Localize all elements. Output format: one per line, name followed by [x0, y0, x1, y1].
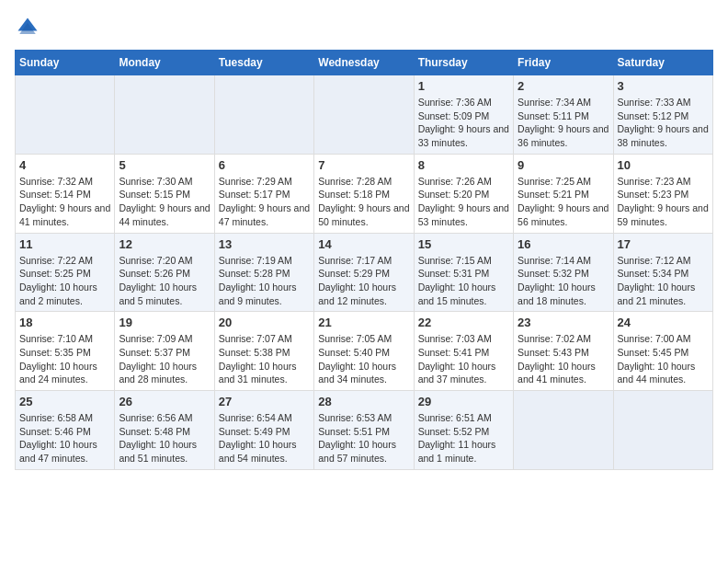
day-info: Sunrise: 7:00 AMSunset: 5:45 PMDaylight:… [618, 332, 709, 386]
day-number: 2 [518, 79, 609, 93]
calendar-week-row: 25Sunrise: 6:58 AMSunset: 5:46 PMDayligh… [16, 391, 713, 470]
day-info: Sunrise: 6:51 AMSunset: 5:52 PMDaylight:… [418, 411, 509, 465]
day-info: Sunrise: 7:23 AMSunset: 5:23 PMDaylight:… [618, 175, 709, 229]
day-number: 19 [119, 316, 210, 329]
calendar-day-cell: 8Sunrise: 7:26 AMSunset: 5:20 PMDaylight… [414, 154, 513, 233]
day-number: 29 [418, 395, 509, 408]
calendar-day-cell: 14Sunrise: 7:17 AMSunset: 5:29 PMDayligh… [314, 233, 414, 312]
calendar-day-cell: 2Sunrise: 7:34 AMSunset: 5:11 PMDaylight… [514, 75, 613, 155]
day-info: Sunrise: 7:19 AMSunset: 5:28 PMDaylight:… [219, 254, 310, 308]
day-info: Sunrise: 7:07 AMSunset: 5:38 PMDaylight:… [219, 332, 310, 386]
weekday-header: Sunday [16, 51, 115, 75]
day-info: Sunrise: 7:36 AMSunset: 5:09 PMDaylight:… [418, 96, 509, 150]
calendar-day-cell: 13Sunrise: 7:19 AMSunset: 5:28 PMDayligh… [214, 233, 313, 312]
day-number: 9 [518, 158, 609, 172]
calendar-day-cell [613, 391, 712, 470]
calendar-day-cell: 25Sunrise: 6:58 AMSunset: 5:46 PMDayligh… [16, 391, 115, 470]
calendar-day-cell: 28Sunrise: 6:53 AMSunset: 5:51 PMDayligh… [314, 391, 414, 470]
day-number: 17 [618, 237, 709, 251]
calendar-week-row: 11Sunrise: 7:22 AMSunset: 5:25 PMDayligh… [16, 233, 713, 312]
day-info: Sunrise: 7:34 AMSunset: 5:11 PMDaylight:… [518, 96, 609, 150]
day-number: 15 [418, 237, 509, 251]
calendar-day-cell: 20Sunrise: 7:07 AMSunset: 5:38 PMDayligh… [214, 312, 313, 391]
weekday-header: Wednesday [314, 51, 414, 75]
day-info: Sunrise: 6:53 AMSunset: 5:51 PMDaylight:… [318, 411, 409, 465]
calendar-day-cell: 27Sunrise: 6:54 AMSunset: 5:49 PMDayligh… [214, 391, 313, 470]
day-info: Sunrise: 6:56 AMSunset: 5:48 PMDaylight:… [119, 411, 210, 465]
calendar-day-cell: 22Sunrise: 7:03 AMSunset: 5:41 PMDayligh… [414, 312, 513, 391]
calendar-day-cell: 29Sunrise: 6:51 AMSunset: 5:52 PMDayligh… [414, 391, 513, 470]
calendar-day-cell [214, 75, 313, 155]
day-number: 8 [418, 158, 509, 172]
calendar-day-cell: 23Sunrise: 7:02 AMSunset: 5:43 PMDayligh… [514, 312, 613, 391]
calendar-day-cell: 15Sunrise: 7:15 AMSunset: 5:31 PMDayligh… [414, 233, 513, 312]
day-number: 6 [219, 158, 310, 172]
calendar-day-cell: 7Sunrise: 7:28 AMSunset: 5:18 PMDaylight… [314, 154, 414, 233]
day-number: 3 [618, 79, 709, 93]
day-info: Sunrise: 7:12 AMSunset: 5:34 PMDaylight:… [618, 254, 709, 308]
calendar-day-cell [314, 75, 414, 155]
calendar-week-row: 4Sunrise: 7:32 AMSunset: 5:14 PMDaylight… [16, 154, 713, 233]
calendar-day-cell: 3Sunrise: 7:33 AMSunset: 5:12 PMDaylight… [613, 75, 712, 155]
logo-icon [15, 15, 40, 40]
calendar-day-cell: 10Sunrise: 7:23 AMSunset: 5:23 PMDayligh… [613, 154, 712, 233]
day-number: 5 [119, 158, 210, 172]
day-info: Sunrise: 7:20 AMSunset: 5:26 PMDaylight:… [119, 254, 210, 308]
day-number: 27 [219, 395, 310, 408]
day-info: Sunrise: 7:22 AMSunset: 5:25 PMDaylight:… [19, 254, 110, 308]
day-info: Sunrise: 7:15 AMSunset: 5:31 PMDaylight:… [418, 254, 509, 308]
weekday-header: Thursday [414, 51, 513, 75]
day-info: Sunrise: 7:09 AMSunset: 5:37 PMDaylight:… [119, 332, 210, 386]
day-number: 16 [518, 237, 609, 251]
day-number: 20 [219, 316, 310, 329]
calendar-day-cell [16, 75, 115, 155]
day-info: Sunrise: 7:26 AMSunset: 5:20 PMDaylight:… [418, 175, 509, 229]
calendar-day-cell: 1Sunrise: 7:36 AMSunset: 5:09 PMDaylight… [414, 75, 513, 155]
day-number: 4 [19, 158, 110, 172]
day-info: Sunrise: 7:02 AMSunset: 5:43 PMDaylight:… [518, 332, 609, 386]
day-info: Sunrise: 7:30 AMSunset: 5:15 PMDaylight:… [119, 175, 210, 229]
day-info: Sunrise: 7:03 AMSunset: 5:41 PMDaylight:… [418, 332, 509, 386]
day-info: Sunrise: 7:29 AMSunset: 5:17 PMDaylight:… [219, 175, 310, 229]
day-number: 12 [119, 237, 210, 251]
calendar-day-cell: 6Sunrise: 7:29 AMSunset: 5:17 PMDaylight… [214, 154, 313, 233]
calendar-day-cell: 16Sunrise: 7:14 AMSunset: 5:32 PMDayligh… [514, 233, 613, 312]
day-info: Sunrise: 7:33 AMSunset: 5:12 PMDaylight:… [618, 96, 709, 150]
logo [15, 15, 44, 40]
calendar-day-cell: 18Sunrise: 7:10 AMSunset: 5:35 PMDayligh… [16, 312, 115, 391]
weekday-header: Friday [514, 51, 613, 75]
day-number: 22 [418, 316, 509, 329]
calendar-day-cell: 9Sunrise: 7:25 AMSunset: 5:21 PMDaylight… [514, 154, 613, 233]
calendar-week-row: 1Sunrise: 7:36 AMSunset: 5:09 PMDaylight… [16, 75, 713, 155]
calendar-day-cell: 4Sunrise: 7:32 AMSunset: 5:14 PMDaylight… [16, 154, 115, 233]
calendar-day-cell: 11Sunrise: 7:22 AMSunset: 5:25 PMDayligh… [16, 233, 115, 312]
day-number: 28 [318, 395, 409, 408]
day-info: Sunrise: 7:10 AMSunset: 5:35 PMDaylight:… [19, 332, 110, 386]
day-info: Sunrise: 7:05 AMSunset: 5:40 PMDaylight:… [318, 332, 409, 386]
day-info: Sunrise: 7:28 AMSunset: 5:18 PMDaylight:… [318, 175, 409, 229]
day-number: 11 [19, 237, 110, 251]
calendar-day-cell: 17Sunrise: 7:12 AMSunset: 5:34 PMDayligh… [613, 233, 712, 312]
weekday-header: Tuesday [214, 51, 313, 75]
day-number: 13 [219, 237, 310, 251]
day-number: 7 [318, 158, 409, 172]
calendar-day-cell: 26Sunrise: 6:56 AMSunset: 5:48 PMDayligh… [115, 391, 214, 470]
calendar-table: SundayMondayTuesdayWednesdayThursdayFrid… [15, 50, 713, 470]
day-number: 23 [518, 316, 609, 329]
page-header [15, 15, 713, 40]
weekday-header: Monday [115, 51, 214, 75]
day-info: Sunrise: 6:54 AMSunset: 5:49 PMDaylight:… [219, 411, 310, 465]
calendar-day-cell [115, 75, 214, 155]
calendar-day-cell [514, 391, 613, 470]
day-info: Sunrise: 7:32 AMSunset: 5:14 PMDaylight:… [19, 175, 110, 229]
weekday-header: Saturday [613, 51, 712, 75]
day-number: 14 [318, 237, 409, 251]
calendar-day-cell: 21Sunrise: 7:05 AMSunset: 5:40 PMDayligh… [314, 312, 414, 391]
day-number: 24 [618, 316, 709, 329]
calendar-week-row: 18Sunrise: 7:10 AMSunset: 5:35 PMDayligh… [16, 312, 713, 391]
weekday-header-row: SundayMondayTuesdayWednesdayThursdayFrid… [16, 51, 713, 75]
day-number: 18 [19, 316, 110, 329]
calendar-day-cell: 24Sunrise: 7:00 AMSunset: 5:45 PMDayligh… [613, 312, 712, 391]
day-info: Sunrise: 7:14 AMSunset: 5:32 PMDaylight:… [518, 254, 609, 308]
day-number: 21 [318, 316, 409, 329]
